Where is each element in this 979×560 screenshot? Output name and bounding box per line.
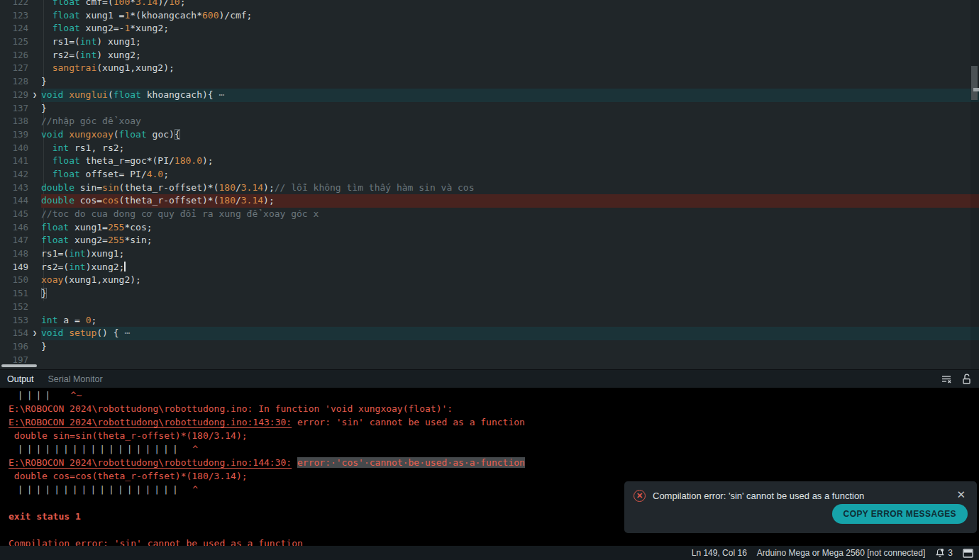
overview-ruler-mark	[973, 88, 979, 91]
code-line[interactable]: 122 float cmf=(100*3.14)/10;	[0, 0, 979, 9]
clear-output-icon[interactable]	[941, 374, 952, 385]
line-number: 148	[0, 247, 28, 261]
code-text: void xunglui(float khoangcach){ ⋯	[41, 89, 979, 102]
code-line[interactable]: 151}	[0, 287, 979, 301]
line-number: 152	[0, 301, 28, 314]
code-text: //toc do cua dong cơ quy đổi ra xung để …	[41, 208, 979, 221]
file-location-link[interactable]: E:\ROBOCON 2024\robottudong\robottudong.…	[9, 417, 292, 427]
code-line[interactable]: 149rs2=(int)xung2;	[0, 261, 979, 274]
bell-icon	[935, 548, 945, 558]
code-text: rs2=(int)xung2;	[41, 261, 979, 274]
code-text: float cmf=(100*3.14)/10;	[41, 0, 979, 9]
code-line[interactable]: 141 float theta_r=goc*(PI/180.0);	[0, 155, 979, 168]
code-line[interactable]: 144double cos=cos(theta_r-offset)*(180/3…	[0, 194, 979, 208]
code-line[interactable]: 124 float xung2=-1*xung2;	[0, 22, 979, 35]
close-icon[interactable]: ✕	[956, 488, 966, 501]
code-editor[interactable]: 122 float cmf=(100*3.14)/10;123 float xu…	[0, 0, 979, 369]
code-line[interactable]: 197	[0, 354, 979, 367]
chevron-spacer	[28, 274, 41, 287]
code-line[interactable]: 125 rs1=(int) xung1;	[0, 35, 979, 49]
console-line[interactable]: |||||||||||||||||| ^	[9, 442, 979, 456]
fold-chevron-icon[interactable]: ❯	[28, 89, 41, 102]
code-text: }	[41, 287, 979, 301]
console-line[interactable]: E:\ROBOCON 2024\robottudong\robottudong.…	[9, 402, 979, 415]
chevron-spacer	[28, 287, 41, 301]
code-line[interactable]: 148rs1=(int)xung1;	[0, 247, 979, 261]
editor-vertical-scrollbar-thumb[interactable]	[971, 66, 978, 100]
code-text: int rs1, rs2;	[41, 142, 979, 155]
line-number: 137	[0, 102, 28, 116]
code-line[interactable]: 153int a = 0;	[0, 314, 979, 327]
line-number: 149	[0, 261, 28, 274]
line-number: 151	[0, 287, 28, 301]
chevron-spacer	[28, 340, 41, 354]
code-line[interactable]: 145//toc do cua dong cơ quy đổi ra xung …	[0, 208, 979, 221]
chevron-spacer	[28, 102, 41, 116]
notification-count: 3	[948, 548, 953, 558]
arduino-ide-window: { "editor": { "lines": [ {"num":"122","h…	[0, 0, 979, 560]
editor-vertical-scrollbar[interactable]	[970, 0, 979, 369]
tab-output[interactable]: Output	[0, 374, 41, 384]
chevron-spacer	[28, 0, 41, 9]
code-line[interactable]: 139void xungxoay(float goc){	[0, 128, 979, 142]
chevron-spacer	[28, 234, 41, 247]
code-line[interactable]: 123 float xung1 =1*(khoangcach*600)/cmf;	[0, 9, 979, 23]
code-line[interactable]: 137}	[0, 102, 979, 116]
code-line[interactable]: 128}	[0, 75, 979, 89]
error-circle-icon: ✕	[634, 490, 646, 502]
editor-lines: 122 float cmf=(100*3.14)/10;123 float xu…	[0, 0, 979, 366]
status-bar: Ln 149, Col 16 Arduino Mega or Mega 2560…	[0, 546, 979, 560]
code-text: double cos=cos(theta_r-offset)*(180/3.14…	[41, 194, 979, 208]
code-line[interactable]: 150xoay(xung1,xung2);	[0, 274, 979, 287]
code-text: float xung2=255*sin;	[41, 234, 979, 247]
notifications[interactable]: 3	[935, 548, 953, 558]
line-number: 129	[0, 89, 28, 102]
chevron-spacer	[28, 314, 41, 327]
code-line[interactable]: 126 rs2=(int) xung2;	[0, 49, 979, 62]
chevron-spacer	[28, 75, 41, 89]
chevron-spacer	[28, 35, 41, 49]
code-line[interactable]: 152	[0, 301, 979, 314]
console-line[interactable]: E:\ROBOCON 2024\robottudong\robottudong.…	[9, 415, 979, 429]
line-number: 147	[0, 234, 28, 247]
chevron-spacer	[28, 9, 41, 23]
code-line[interactable]: 129❯void xunglui(float khoangcach){ ⋯	[0, 89, 979, 102]
code-line[interactable]: 143double sin=sin(theta_r-offset)*(180/3…	[0, 181, 979, 195]
editor-horizontal-scrollbar-thumb[interactable]	[1, 364, 37, 367]
code-text: void xungxoay(float goc){	[41, 128, 979, 142]
line-number: 127	[0, 62, 28, 75]
board-selector[interactable]: Arduino Mega or Mega 2560 [not connected…	[757, 548, 926, 558]
file-location-link[interactable]: E:\ROBOCON 2024\robottudong\robottudong.…	[9, 457, 292, 468]
console-line[interactable]: double sin=sin(theta_r-offset)*(180/3.14…	[9, 429, 979, 442]
code-line[interactable]: 146float xung1=255*cos;	[0, 221, 979, 235]
console-line[interactable]: Compilation error: 'sin' cannot be used …	[9, 537, 979, 546]
code-text: }	[41, 340, 979, 354]
copy-error-messages-button[interactable]: COPY ERROR MESSAGES	[832, 504, 968, 524]
code-line[interactable]: 142 float offset= PI/4.0;	[0, 168, 979, 181]
code-text: float xung2=-1*xung2;	[41, 22, 979, 35]
code-text	[41, 354, 979, 367]
chevron-spacer	[28, 208, 41, 221]
line-number: 143	[0, 181, 28, 195]
output-panel-header: Output Serial Monitor	[0, 369, 979, 388]
line-number: 142	[0, 168, 28, 181]
cursor-position[interactable]: Ln 149, Col 16	[692, 548, 747, 558]
code-text: }	[41, 75, 979, 89]
tab-serial-monitor[interactable]: Serial Monitor	[41, 374, 110, 384]
code-line[interactable]: 154❯void setup() { ⋯	[0, 327, 979, 340]
fold-chevron-icon[interactable]: ❯	[28, 327, 41, 340]
console-line[interactable]: |||| ^~	[9, 388, 979, 402]
code-line[interactable]: 138//nhập góc để xoay	[0, 115, 979, 128]
toast-message: Compilation error: 'sin' cannot be used …	[653, 491, 864, 501]
chevron-spacer	[28, 62, 41, 75]
toggle-panel-icon[interactable]	[963, 549, 973, 558]
code-text: void setup() { ⋯	[41, 327, 979, 340]
code-line[interactable]: 127 sangtrai(xung1,xung2);	[0, 62, 979, 75]
code-line[interactable]: 140 int rs1, rs2;	[0, 142, 979, 155]
console-line[interactable]: E:\ROBOCON 2024\robottudong\robottudong.…	[9, 456, 979, 469]
lock-icon[interactable]	[961, 374, 972, 385]
code-text: rs2=(int) xung2;	[41, 49, 979, 62]
chevron-spacer	[28, 168, 41, 181]
code-line[interactable]: 196}	[0, 340, 979, 354]
code-line[interactable]: 147float xung2=255*sin;	[0, 234, 979, 247]
